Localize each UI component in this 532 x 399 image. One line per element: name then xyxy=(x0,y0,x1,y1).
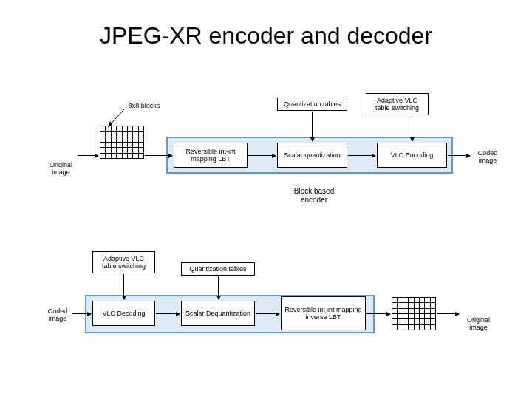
blocks-arrow-enc xyxy=(103,109,126,132)
svg-marker-1 xyxy=(108,121,112,127)
arrow-enc-4 xyxy=(448,155,470,156)
arrow-dec-1 xyxy=(156,313,180,314)
grid-image-dec xyxy=(392,297,436,330)
varrow-dec-1 xyxy=(123,274,124,299)
decoder-stage-dequant: Scalar Dequantization xyxy=(181,301,255,326)
arrow-enc-1 xyxy=(145,155,172,156)
arrow-enc-2 xyxy=(248,155,276,156)
encoder-stage-lbt: Reversible int-int mapping LBT xyxy=(174,143,248,168)
adaptive-vlc-box-enc: Adaptive VLC table switching xyxy=(366,93,429,115)
original-image-label-enc: Original image xyxy=(44,161,78,177)
arrow-enc-3 xyxy=(348,155,375,156)
original-image-label-dec: Original image xyxy=(462,316,495,332)
encoder-group-label: Block based encoder xyxy=(281,187,347,204)
coded-image-label-dec: Coded image xyxy=(43,307,72,323)
varrow-enc-2 xyxy=(412,116,412,141)
quantization-tables-box-dec: Quantization tables xyxy=(181,262,255,276)
decoder-stage-invlbt: Reversible int-int mapping inverse LBT xyxy=(281,296,366,330)
encoder-stage-quant: Scalar quantization xyxy=(277,143,347,168)
decoder-stage-vlc: VLC Decoding xyxy=(92,301,155,326)
arrow-dec-4 xyxy=(437,313,459,314)
page-title: JPEG-XR encoder and decoder xyxy=(0,22,532,50)
quantization-tables-box-enc: Quantization tables xyxy=(277,98,347,111)
arrow-dec-0 xyxy=(72,313,91,314)
varrow-dec-2 xyxy=(218,276,219,299)
arrow-dec-3 xyxy=(366,313,390,314)
arrow-enc-0 xyxy=(78,155,98,156)
varrow-enc-1 xyxy=(312,112,313,141)
encoder-stage-vlc: VLC Encoding xyxy=(377,143,447,168)
arrow-dec-2 xyxy=(256,313,279,314)
blocks-label: 8x8 blocks xyxy=(115,102,174,109)
adaptive-vlc-box-dec: Adaptive VLC table switching xyxy=(92,251,155,273)
coded-image-label-enc: Coded image xyxy=(473,149,502,165)
